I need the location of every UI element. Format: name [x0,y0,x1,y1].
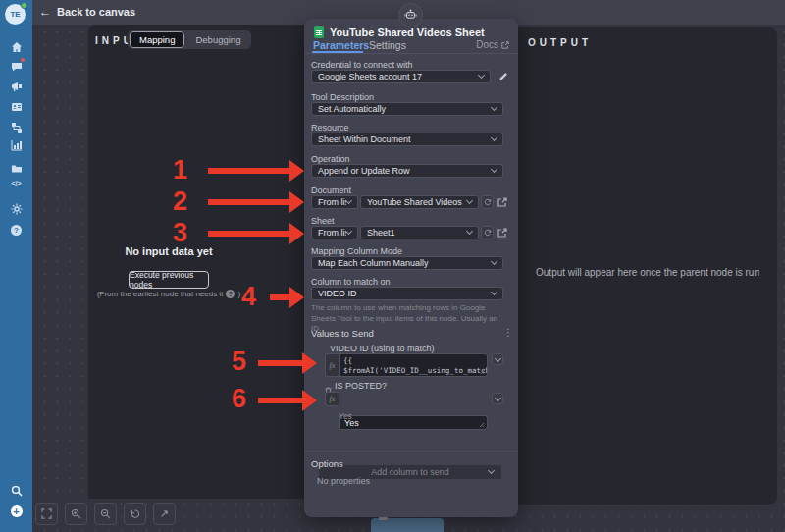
chevron-down-icon [491,289,497,295]
resize-grip-icon[interactable] [479,422,485,428]
node-title[interactable]: YouTube Shared Videos Sheet [330,27,485,38]
edit-credential-button[interactable] [497,70,510,83]
undo-icon [130,508,140,519]
zoom-to-fit-button[interactable] [35,503,58,525]
help-question-icon[interactable]: ? [226,290,235,298]
zoom-in-button[interactable] [65,503,87,525]
chevron-down-icon [491,166,497,173]
annotation-arrow-3 [208,231,289,237]
tabs-divider [304,53,518,54]
workflow-icon [11,122,23,133]
external-link-icon [501,41,509,49]
tab-debugging[interactable]: Debugging [186,32,249,47]
ai-tool-badge [398,3,423,27]
tool-description-label: Tool Description [311,92,374,102]
folder-icon [11,163,23,175]
sheet-value-select[interactable]: Sheet1 [360,226,479,239]
refresh-document-list-button[interactable] [481,195,494,209]
is-posted-value-input[interactable]: Yes [339,415,488,430]
open-sheet-button[interactable] [497,227,508,239]
zoom-out-button[interactable] [94,503,117,525]
tab-settings[interactable]: Settings [369,39,406,51]
input-view-switch: Mapping Debugging [128,30,251,49]
external-link-icon [497,228,507,238]
annotation-number-5: 5 [232,348,246,375]
refresh-sheet-list-button[interactable] [481,226,494,239]
sheet-label: Sheet [311,216,335,226]
sheet-mode-select[interactable]: From list [311,226,358,239]
help-icon: ? [11,225,22,236]
chevron-down-icon [491,258,497,265]
tool-description-select[interactable]: Set Automatically [311,102,503,116]
operation-select[interactable]: Append or Update Row [311,164,503,178]
annotation-arrow-6 [258,398,302,403]
annotation-arrow-1 [208,168,289,174]
sidebar-item-analytics[interactable] [0,135,32,153]
sidebar-item-workflows[interactable] [0,118,32,135]
chevron-down-icon [488,467,495,474]
match-column-select[interactable]: VIDEO ID [311,287,503,300]
docs-link[interactable]: Docs [476,39,509,50]
credential-label: Credential to connect with [311,60,413,70]
sidebar-item-search[interactable] [0,481,32,499]
app-sidebar: TE </> ? + [0,0,32,532]
tidy-up-button[interactable] [153,503,176,525]
reset-zoom-button[interactable] [124,503,146,525]
video-id-fx-toggle[interactable]: fx [325,353,339,377]
document-mode-select[interactable]: From list [311,195,358,209]
annotation-number-2: 2 [173,188,187,215]
sidebar-item-help[interactable]: ? [0,219,32,237]
tab-parameters[interactable]: Parameters [313,39,369,51]
refresh-icon [484,229,492,237]
no-input-data-text: No input data yet [90,245,247,257]
execute-hint-text: (From the earliest node that needs it [97,290,224,298]
chevron-down-icon [345,228,352,235]
video-id-expand-button[interactable] [492,353,503,365]
fit-view-icon [41,508,52,519]
canvas-node[interactable] [371,518,444,532]
is-posted-expand-button[interactable] [492,393,503,404]
back-to-canvas-button[interactable]: ← Back to canvas [39,5,135,19]
chevron-down-icon [491,134,497,141]
chevron-down-icon [345,197,352,204]
video-id-expression-input[interactable]: {{ $fromAI('VIDEO_ID__using_to_match_', … [339,353,488,377]
chevron-down-icon [478,72,485,79]
google-sheets-icon [314,26,324,38]
resource-label: Resource [311,123,349,133]
output-empty-text: Output will appear here once the parent … [518,266,777,279]
back-to-canvas-label: Back to canvas [57,6,135,18]
sidebar-item-announcements[interactable] [0,77,32,94]
sidebar-item-settings[interactable] [0,199,32,217]
tab-mapping[interactable]: Mapping [130,31,184,48]
zoom-out-icon [100,508,111,519]
options-label: Options [311,458,343,469]
sidebar-item-add[interactable]: + [0,502,32,519]
bar-chart-icon [11,139,23,151]
sidebar-item-code[interactable]: </> [0,180,32,186]
values-menu-icon[interactable]: ⋮ [503,327,513,338]
notification-dot [20,57,26,63]
credential-select[interactable]: Google Sheets account 17 [311,70,491,83]
sidebar-item-files[interactable] [0,159,32,177]
sidebar-item-chat[interactable] [0,57,32,75]
pencil-icon [498,72,508,81]
sidebar-item-home[interactable] [0,37,32,55]
open-document-button[interactable] [497,196,508,208]
online-status-dot [21,2,27,9]
video-id-field-label: VIDEO ID (using to match) [330,344,435,353]
document-value-select[interactable]: YouTube Shared Videos [360,195,479,209]
resize-grip-icon[interactable] [480,369,486,375]
output-panel-label: OUTPUT [528,37,592,48]
operation-label: Operation [311,154,350,164]
plus-icon: + [11,505,23,517]
mapping-mode-select[interactable]: Map Each Column Manually [311,256,503,270]
resource-select[interactable]: Sheet Within Document [311,133,503,146]
execute-hint: (From the earliest node that needs it ? … [80,290,257,298]
is-posted-fx-toggle[interactable]: fx [325,392,339,406]
sidebar-item-contacts[interactable] [0,97,32,115]
gear-icon [11,203,23,215]
mapping-mode-label: Mapping Column Mode [311,246,402,256]
execute-previous-nodes-button[interactable]: Execute previous nodes [129,271,209,289]
home-icon [11,41,23,53]
options-empty-text: No properties [317,476,370,486]
